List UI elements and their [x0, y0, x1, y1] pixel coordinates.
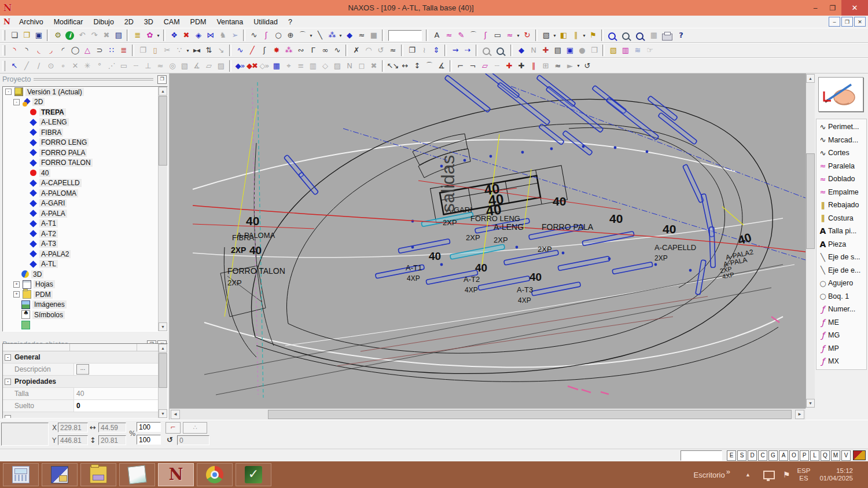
menu-item-utilidad[interactable]: Utilidad	[248, 18, 283, 26]
tool-agujero[interactable]: ○Agujero	[816, 277, 866, 290]
scale-table-icon[interactable]: ≣	[117, 45, 130, 56]
mini-wave-icon[interactable]: ∿	[234, 45, 246, 56]
select-arrow-dropdown-icon[interactable]: ▾	[576, 63, 581, 68]
point-snap-icon[interactable]: °	[93, 60, 105, 72]
insert-curve-after-icon[interactable]: ⇢	[461, 45, 473, 56]
tree-item-a-leng[interactable]: A-LENG	[3, 118, 167, 128]
wave-tool-2-dropdown-icon[interactable]: ▾	[516, 33, 521, 38]
curve-points-icon[interactable]: ≈	[355, 30, 367, 41]
tree-item-forro-talon[interactable]: FORRO TALON	[3, 158, 167, 168]
adjust-wave-icon[interactable]: ≈	[551, 60, 564, 72]
docs-app-button[interactable]	[42, 463, 78, 486]
close-button[interactable]: ✕	[841, 0, 868, 16]
hatch-scribble-icon[interactable]: ≀	[418, 45, 430, 56]
pen-point-icon[interactable]: ╱	[246, 45, 258, 56]
toolbar-overflow-chevron[interactable]: »	[726, 467, 730, 476]
delete-piece-icon[interactable]: ✖	[180, 30, 192, 41]
ellipse-tool-icon[interactable]: ◯	[69, 45, 81, 56]
tree-scroll-thumb[interactable]	[159, 96, 167, 166]
display-settings-icon[interactable]	[763, 471, 775, 479]
info-icon[interactable]: i	[65, 31, 74, 40]
mdi-restore-button[interactable]: ❐	[841, 17, 853, 27]
keyboard-layout-icon[interactable]	[853, 450, 866, 460]
draw-button[interactable]	[818, 77, 863, 112]
properties-scroll-up-button[interactable]: ▲	[159, 344, 167, 353]
menu-item-archivo[interactable]: Archivo	[14, 18, 49, 26]
canvas-scroll-down-button[interactable]: ▼	[806, 399, 815, 408]
link-curve-icon[interactable]: ∾	[295, 45, 307, 56]
canvas-scroll-left-button[interactable]: ◄	[171, 410, 180, 419]
naxos-app-button[interactable]: N	[158, 463, 194, 486]
canvas-hscroll-thumb[interactable]	[268, 410, 792, 419]
closed-curve-icon[interactable]: ⊃	[93, 45, 105, 56]
hand-tool-icon[interactable]: ☞	[643, 45, 656, 56]
tool-costura[interactable]: ∥Costura	[816, 212, 866, 225]
prop-row-suelto[interactable]: Suelto0	[3, 400, 167, 412]
text-tool-icon[interactable]: A	[431, 30, 443, 41]
tool-mp[interactable]: ƒMP	[816, 342, 866, 355]
measure-ruler-icon[interactable]: ▦	[648, 30, 660, 41]
indicator-letter-a[interactable]: A	[779, 450, 788, 461]
corner-arc-icon[interactable]: ⌒	[467, 30, 479, 41]
chrome-app-button[interactable]	[197, 463, 233, 486]
prop-row-talla[interactable]: Talla40	[3, 388, 167, 400]
window-titlebar[interactable]: N NAXOS - [109 - A-TL, Talla base (40)] …	[0, 0, 868, 16]
color-palette-icon[interactable]: ✿	[144, 30, 156, 41]
tool-mg[interactable]: ƒMG	[816, 329, 866, 342]
corner-trim-icon[interactable]: ◟	[32, 45, 45, 56]
grade-triangle-icon[interactable]: △	[81, 45, 93, 56]
tool-doblado[interactable]: ≈Doblado	[816, 173, 866, 186]
pushpin-snap-icon[interactable]: ↖	[8, 60, 20, 72]
menu-item-pdm[interactable]: PDM	[185, 18, 212, 26]
insert-curve-before-icon[interactable]: ⇝	[449, 45, 461, 56]
tool-me[interactable]: ƒME	[816, 316, 866, 329]
box-snap-icon[interactable]: ▧	[178, 60, 190, 72]
section-collapse-icon[interactable]: -	[5, 379, 11, 385]
tree-item-3d[interactable]: 3D	[3, 269, 167, 280]
indicator-letter-o[interactable]: O	[789, 450, 799, 461]
tool-numer[interactable]: ƒNumer...	[816, 303, 866, 316]
node-n-icon[interactable]: N	[527, 45, 539, 56]
break-point-icon[interactable]: ✗	[350, 45, 362, 56]
pencil-tool-icon[interactable]: ✎	[455, 30, 467, 41]
tree-scrollbar[interactable]: ▲ ▼	[158, 87, 167, 331]
explode-tool-icon[interactable]: ✸	[270, 45, 282, 56]
corel-app-button[interactable]: ✓	[236, 463, 271, 486]
copy-piece-icon[interactable]: ❐	[137, 45, 149, 56]
tree-item-a-gari[interactable]: A-GARI	[3, 199, 167, 209]
horizontal-measure-icon[interactable]: ↔	[399, 60, 411, 72]
tool-rebajado[interactable]: ∥Rebajado	[816, 199, 866, 212]
special-points-icon[interactable]: ∵	[173, 45, 185, 56]
minimize-button[interactable]: –	[807, 0, 824, 16]
tree-item-hojas[interactable]: +Hojas	[3, 280, 167, 290]
rotate-entity-icon[interactable]: ↻	[521, 30, 533, 41]
tool-paralela[interactable]: ≈Paralela	[816, 160, 866, 173]
restore-button[interactable]: ❐	[824, 0, 841, 16]
tool-talla-pi[interactable]: ATalla pi...	[816, 225, 866, 238]
undo-icon[interactable]: ↶	[76, 30, 88, 41]
scan-piece-icon[interactable]: ➢	[229, 30, 241, 41]
corner-join-icon[interactable]: ◞	[45, 45, 57, 56]
tool-empalme[interactable]: ≈Empalme	[816, 186, 866, 199]
tree-item-trepa[interactable]: TREPA	[3, 107, 167, 118]
menu-item-modificar[interactable]: Modificar	[49, 18, 89, 26]
color-palette-dropdown-icon[interactable]: ▾	[156, 33, 161, 38]
tool-marcad[interactable]: ∿Marcad...	[816, 134, 866, 147]
tree-item-forro-leng[interactable]: FORRO LENG	[3, 138, 167, 148]
tree-item-a-t1[interactable]: A-T1	[3, 219, 167, 229]
toolbar-grip[interactable]	[2, 30, 5, 41]
wave-tool-icon[interactable]: ≈	[443, 30, 455, 41]
corner-extend-icon[interactable]: ◜	[57, 45, 69, 56]
zoom-light-icon[interactable]	[496, 47, 504, 55]
width-field[interactable]: 44.59	[98, 423, 126, 432]
tray-expand-button[interactable]: ▲	[745, 472, 751, 478]
scanner-icon[interactable]: ≋	[631, 45, 643, 56]
select-arrow-icon[interactable]: ►	[564, 60, 576, 72]
tool-pieza[interactable]: APieza	[816, 238, 866, 251]
prop-section-propiedades[interactable]: -Propiedades	[3, 376, 167, 388]
tree-item-40[interactable]: 40	[3, 168, 167, 178]
desktop-toolbar-label[interactable]: Escritorio	[694, 471, 725, 479]
rect-tool-icon[interactable]: ▭	[491, 30, 503, 41]
special-points-dropdown-icon[interactable]: ▾	[185, 48, 190, 53]
spline-f-icon[interactable]: ʃ	[479, 30, 491, 41]
